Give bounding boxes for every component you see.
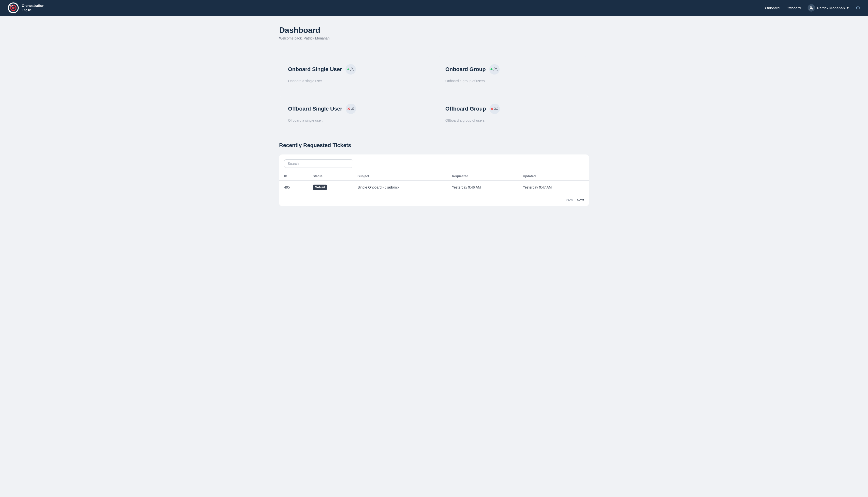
onboard-group-card[interactable]: Onboard Group + Onboard a group of users… — [437, 56, 589, 91]
table-header-row: ID Status Subject Requested Updated — [279, 172, 589, 181]
card-header: Offboard Single User ✕ — [288, 104, 423, 114]
next-button[interactable]: Next — [577, 198, 584, 202]
cards-grid: Onboard Single User + Onboard a single u… — [279, 56, 589, 130]
card-description: Offboard a group of users. — [445, 118, 580, 123]
card-title: Onboard Single User — [288, 66, 342, 73]
user-menu[interactable]: Patrick Monahan ▾ — [808, 4, 849, 12]
svg-point-7 — [352, 107, 353, 109]
svg-point-4 — [811, 6, 812, 8]
tickets-section-title: Recently Requested Tickets — [279, 142, 589, 148]
prev-button[interactable]: Prev — [566, 198, 573, 202]
cell-id: 495 — [279, 181, 308, 194]
card-header: Onboard Group + — [445, 64, 580, 74]
card-description: Onboard a single user. — [288, 79, 423, 83]
card-title: Onboard Group — [445, 66, 486, 73]
logo-icon: OE — [8, 2, 19, 13]
col-subject: Subject — [353, 172, 447, 181]
col-updated: Updated — [518, 172, 589, 181]
card-title: Offboard Group — [445, 105, 486, 112]
svg-point-8 — [495, 107, 496, 109]
onboard-single-user-card[interactable]: Onboard Single User + Onboard a single u… — [279, 56, 431, 91]
col-id: ID — [279, 172, 308, 181]
cell-subject: Single Onboard - J jadomix — [353, 181, 447, 194]
offboard-single-user-icon: ✕ — [346, 104, 356, 114]
table-footer: Prev Next — [279, 194, 589, 206]
card-header: Onboard Single User + — [288, 64, 423, 74]
onboard-single-user-icon: + — [345, 64, 356, 74]
chevron-down-icon: ▾ — [847, 6, 849, 10]
svg-text:OE: OE — [10, 5, 13, 8]
tickets-table-container: ID Status Subject Requested Updated 495 … — [279, 155, 589, 206]
col-status: Status — [308, 172, 353, 181]
header-right: Onboard Offboard Patrick Monahan ▾ ⚙ — [765, 4, 860, 12]
offboard-single-user-card[interactable]: Offboard Single User ✕ Offboard a single… — [279, 96, 431, 130]
svg-point-6 — [494, 68, 496, 69]
page-subtitle: Welcome back, Patrick Monahan — [279, 36, 589, 40]
cell-status: Solved — [308, 181, 353, 194]
search-input[interactable] — [284, 159, 353, 168]
card-header: Offboard Group ✕ — [445, 104, 580, 114]
search-bar — [279, 155, 589, 172]
col-requested: Requested — [447, 172, 518, 181]
table-row[interactable]: 495 Solved Single Onboard - J jadomix Ye… — [279, 181, 589, 194]
card-description: Onboard a group of users. — [445, 79, 580, 83]
divider — [279, 48, 589, 48]
cell-requested: Yesterday 9:46 AM — [447, 181, 518, 194]
svg-point-5 — [351, 68, 353, 69]
header: OE Orchestration Engine Onboard Offboard… — [0, 0, 868, 16]
logo-text: Orchestration Engine — [22, 3, 44, 12]
onboard-group-icon: + — [489, 64, 500, 74]
card-title: Offboard Single User — [288, 105, 342, 112]
nav-offboard[interactable]: Offboard — [786, 6, 801, 10]
card-description: Offboard a single user. — [288, 118, 423, 123]
offboard-group-icon: ✕ — [489, 104, 500, 114]
status-badge: Solved — [313, 185, 327, 190]
header-left: OE Orchestration Engine — [8, 2, 44, 13]
main-content: Dashboard Welcome back, Patrick Monahan … — [271, 16, 597, 216]
user-avatar-icon — [808, 4, 815, 12]
cell-updated: Yesterday 9:47 AM — [518, 181, 589, 194]
nav-onboard[interactable]: Onboard — [765, 6, 779, 10]
tickets-table: ID Status Subject Requested Updated 495 … — [279, 172, 589, 194]
offboard-group-card[interactable]: Offboard Group ✕ Offboard a group of use… — [437, 96, 589, 130]
user-name: Patrick Monahan — [817, 6, 845, 10]
page-title: Dashboard — [279, 26, 589, 35]
settings-icon[interactable]: ⚙ — [856, 5, 860, 11]
